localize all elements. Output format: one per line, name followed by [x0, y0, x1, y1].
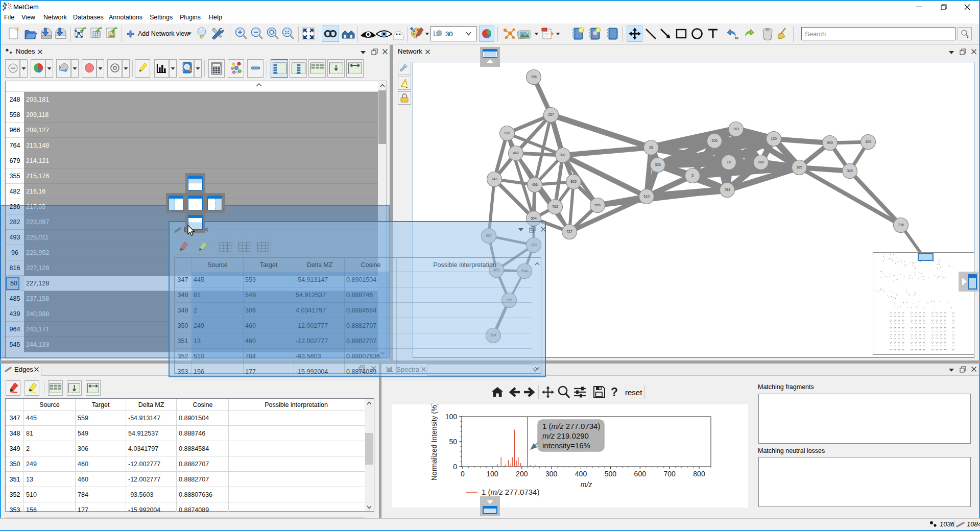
svg-text:100: 100: [445, 413, 458, 421]
svg-text:28: 28: [649, 146, 653, 149]
svg-text:765: 765: [531, 75, 537, 79]
svg-text:656: 656: [594, 203, 601, 207]
svg-text:910: 910: [504, 131, 510, 135]
svg-text:m/z 219.0290: m/z 219.0290: [542, 431, 589, 440]
svg-text:15: 15: [727, 160, 731, 164]
svg-text:289: 289: [758, 160, 764, 164]
svg-text:800: 800: [693, 470, 705, 478]
svg-text:200: 200: [516, 470, 528, 478]
svg-text:333: 333: [655, 163, 661, 166]
svg-text:504: 504: [531, 216, 537, 220]
svg-text:762: 762: [552, 205, 558, 208]
svg-text:237: 237: [548, 113, 554, 116]
svg-text:727: 727: [566, 230, 572, 233]
svg-text:163: 163: [733, 127, 739, 131]
svg-text:900: 900: [827, 141, 833, 144]
svg-text:130: 130: [771, 137, 777, 140]
svg-text:0: 0: [453, 463, 457, 471]
svg-text:1 (m/z 277.0734): 1 (m/z 277.0734): [542, 422, 600, 430]
svg-text:Normalized Intensity (%): Normalized Intensity (%): [430, 404, 438, 480]
svg-text:5: 5: [691, 174, 694, 177]
svg-text:100: 100: [486, 470, 498, 478]
svg-text:466: 466: [532, 183, 538, 186]
svg-text:400: 400: [575, 470, 587, 478]
svg-text:743: 743: [491, 177, 497, 181]
svg-text:205: 205: [711, 139, 718, 142]
svg-text:185: 185: [796, 165, 802, 169]
svg-text:0: 0: [461, 470, 465, 478]
svg-text:500: 500: [605, 470, 617, 478]
svg-text:325: 325: [847, 169, 853, 173]
svg-text:462: 462: [513, 151, 519, 155]
svg-text:805: 805: [570, 180, 577, 183]
svg-text:m/z: m/z: [581, 480, 592, 489]
svg-text:510: 510: [643, 195, 650, 198]
svg-text:307: 307: [560, 153, 566, 157]
svg-text:1 (m/z 277.0734): 1 (m/z 277.0734): [482, 488, 539, 496]
svg-text:784: 784: [724, 188, 730, 191]
svg-text:600: 600: [634, 470, 647, 478]
svg-text:409: 409: [865, 140, 871, 143]
svg-text:intensity=16%: intensity=16%: [542, 441, 590, 450]
svg-text:300: 300: [545, 470, 558, 478]
svg-text:735: 735: [898, 223, 904, 227]
svg-text:700: 700: [664, 470, 676, 478]
svg-text:50: 50: [449, 438, 457, 446]
